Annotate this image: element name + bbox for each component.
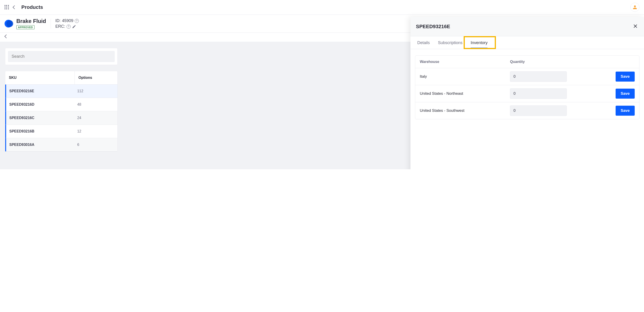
table-row[interactable]: SPEED93216E112	[5, 84, 118, 98]
warehouse-header: Warehouse	[420, 60, 510, 64]
inventory-row: United States - NortheastSave	[415, 85, 639, 102]
inventory-row: ItalySave	[415, 68, 639, 85]
help-icon[interactable]: ?	[75, 19, 79, 23]
sku-cell: SPEED93216E	[6, 84, 74, 98]
panel-header: SPEED93216E	[410, 17, 644, 36]
quantity-input[interactable]	[510, 106, 567, 116]
table-row[interactable]: SPEED93016A6	[5, 138, 118, 152]
panel-body: Warehouse Quantity ItalySaveUnited State…	[410, 49, 644, 126]
warehouse-cell: Italy	[420, 74, 510, 79]
page-title: Products	[21, 4, 43, 10]
user-avatar[interactable]	[630, 3, 640, 12]
inventory-row: United States - SouthwestSave	[415, 102, 639, 119]
tab-details[interactable]: Details	[414, 36, 434, 49]
product-logo-icon	[4, 19, 13, 28]
status-badge: APPROVED	[16, 25, 34, 29]
inventory-header: Warehouse Quantity	[415, 56, 639, 68]
table-row[interactable]: SPEED93216D48	[5, 98, 118, 111]
erc-label: ERC:	[56, 24, 65, 29]
sku-header-options: Options	[75, 71, 118, 84]
panel-tabs: Details Subscriptions Inventory	[410, 36, 644, 49]
sku-cell: SPEED93216C	[6, 111, 74, 124]
id-value: 45909	[62, 18, 73, 23]
left-panel: SKU Options SPEED93216E112SPEED93216D48S…	[0, 48, 123, 152]
quantity-input[interactable]	[510, 88, 567, 99]
sku-cell: SPEED93016A	[6, 138, 74, 151]
table-row[interactable]: SPEED93216B12	[5, 125, 118, 138]
product-name-block: Brake Fluid APPROVED	[16, 18, 46, 29]
save-button[interactable]: Save	[616, 106, 635, 116]
help-icon[interactable]: ?	[66, 24, 71, 29]
sku-cell: SPEED93216B	[6, 125, 74, 138]
sku-cell: SPEED93216D	[6, 98, 74, 111]
sku-table: SKU Options SPEED93216E112SPEED93216D48S…	[5, 71, 118, 152]
options-cell: 112	[74, 84, 118, 98]
options-cell: 48	[74, 98, 118, 111]
save-button[interactable]: Save	[616, 88, 635, 98]
options-cell: 24	[74, 111, 118, 124]
user-icon	[633, 5, 637, 10]
panel-title: SPEED93216E	[416, 24, 450, 30]
quantity-header: Quantity	[510, 60, 588, 64]
warehouse-cell: United States - Southwest	[420, 108, 510, 113]
tab-subscriptions[interactable]: Subscriptions	[434, 36, 466, 49]
divider	[51, 19, 51, 29]
inventory-table: Warehouse Quantity ItalySaveUnited State…	[415, 56, 640, 119]
pencil-icon[interactable]	[72, 24, 76, 29]
save-button[interactable]: Save	[616, 72, 635, 82]
back-button[interactable]	[13, 6, 16, 9]
sku-header-sku: SKU	[5, 71, 75, 84]
warehouse-cell: United States - Northeast	[420, 91, 510, 96]
sub-back-button[interactable]	[4, 34, 8, 38]
tab-inventory[interactable]: Inventory	[467, 36, 491, 49]
options-cell: 12	[74, 125, 118, 138]
product-meta: ID: 45909 ? ERC: ?	[56, 18, 79, 29]
id-label: ID:	[56, 18, 61, 23]
search-input[interactable]	[8, 51, 115, 62]
quantity-input[interactable]	[510, 71, 567, 82]
close-icon	[633, 24, 638, 28]
content-area: SKU Options SPEED93216E112SPEED93216D48S…	[0, 42, 644, 169]
search-wrapper	[5, 48, 118, 65]
sku-table-header: SKU Options	[5, 71, 118, 84]
product-name: Brake Fluid	[16, 18, 46, 24]
options-cell: 6	[74, 138, 118, 151]
table-row[interactable]: SPEED93216C24	[5, 111, 118, 125]
detail-panel: SPEED93216E Details Subscriptions Invent…	[410, 17, 644, 169]
top-bar: Products	[0, 0, 644, 15]
apps-menu-icon[interactable]	[4, 5, 9, 10]
close-button[interactable]	[632, 23, 638, 30]
